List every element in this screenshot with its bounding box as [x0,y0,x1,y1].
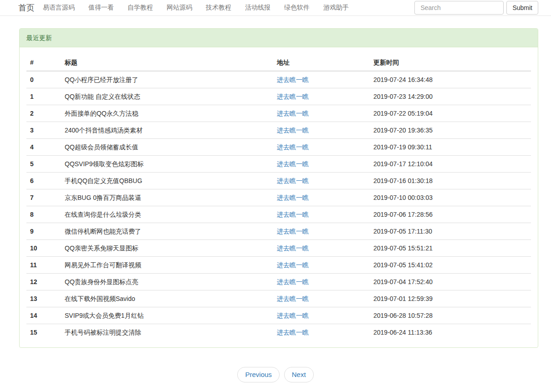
table-row: 9 微信停机断网也能充话费了 进去瞧一瞧 2019-07-05 17:11:30 [26,223,531,240]
nav-brand-home[interactable]: 首页 [18,2,35,13]
row-index: 4 [26,139,61,156]
table-row: 13 在线下载外国视频Savido 进去瞧一瞧 2019-07-01 12:59… [26,290,531,307]
row-updated-time: 2019-07-19 09:30:11 [370,139,531,156]
row-title: 在线查询你是什么垃圾分类 [61,206,273,223]
row-title: QQ亲密关系免聊天显图标 [61,240,273,257]
nav-item-link[interactable]: 自学教程 [128,4,153,12]
nav-menu: 易语言源码 值得一看 自学教程 网站源码 技术教程 活动线报 绿色软件 游戏助手 [43,4,362,12]
pagination: Previous Next [0,367,551,382]
table-row: 3 2400个抖音情感鸡汤类素材 进去瞧一瞧 2019-07-20 19:36:… [26,122,531,139]
row-index: 15 [26,324,61,341]
table-row: 15 手机号码被标注明提交清除 进去瞧一瞧 2019-06-24 11:13:3… [26,324,531,341]
table-row: 2 外面接单的QQ永久方法稳 进去瞧一瞧 2019-07-22 05:19:04 [26,105,531,122]
nav-item: 值得一看 [88,4,128,12]
search-form: Submit [414,1,538,15]
row-title: 手机QQ自定义充值QBBUG [61,173,273,189]
table-row: 11 网易见外工作台可翻译视频 进去瞧一瞧 2019-07-05 15:41:0… [26,257,531,274]
row-title: 手机号码被标注明提交清除 [61,324,273,341]
panel-title: 最近更新 [20,29,538,47]
row-visit-link[interactable]: 进去瞧一瞧 [277,194,309,201]
column-header-index: # [26,54,61,71]
row-index: 9 [26,223,61,240]
table-row: 8 在线查询你是什么垃圾分类 进去瞧一瞧 2019-07-06 17:28:56 [26,206,531,223]
pagination-next-button[interactable]: Next [284,367,314,382]
row-updated-time: 2019-07-05 15:41:02 [370,257,531,274]
row-updated-time: 2019-07-05 15:51:21 [370,240,531,257]
row-title: QQSVIP9领取变色炫彩图标 [61,156,273,173]
updates-table: # 标题 地址 更新时间 0 QQ小程序已经开放注册了 进去瞧一瞧 2019-0… [26,54,531,341]
column-header-title: 标题 [61,54,273,71]
table-row: 14 SVIP9或大会员免费1月红钻 进去瞧一瞧 2019-06-28 10:5… [26,307,531,324]
row-visit-link[interactable]: 进去瞧一瞧 [277,143,309,151]
row-visit-link[interactable]: 进去瞧一瞧 [277,295,309,302]
row-index: 3 [26,122,61,139]
row-title: QQ贵族身份外显图标点亮 [61,274,273,290]
row-updated-time: 2019-07-01 12:59:39 [370,290,531,307]
row-title: 2400个抖音情感鸡汤类素材 [61,122,273,139]
search-input[interactable] [414,1,504,15]
row-index: 5 [26,156,61,173]
row-index: 1 [26,88,61,105]
row-updated-time: 2019-07-10 00:03:03 [370,189,531,206]
row-index: 7 [26,189,61,206]
row-index: 8 [26,206,61,223]
nav-item: 活动线报 [245,4,284,12]
row-index: 0 [26,71,61,88]
nav-item: 易语言源码 [43,4,88,12]
row-title: 外面接单的QQ永久方法稳 [61,105,273,122]
nav-item-link[interactable]: 易语言源码 [43,4,75,12]
table-row: 12 QQ贵族身份外显图标点亮 进去瞧一瞧 2019-07-04 17:52:4… [26,274,531,290]
nav-item-link[interactable]: 绿色软件 [284,4,310,12]
submit-button[interactable]: Submit [506,1,538,15]
table-row: 4 QQ超级会员领储蓄成长值 进去瞧一瞧 2019-07-19 09:30:11 [26,139,531,156]
row-visit-link[interactable]: 进去瞧一瞧 [277,244,309,252]
row-updated-time: 2019-06-28 10:57:28 [370,307,531,324]
table-row: 10 QQ亲密关系免聊天显图标 进去瞧一瞧 2019-07-05 15:51:2… [26,240,531,257]
row-title: QQ新功能 自定义在线状态 [61,88,273,105]
table-row: 5 QQSVIP9领取变色炫彩图标 进去瞧一瞧 2019-07-17 12:10… [26,156,531,173]
pagination-previous-button[interactable]: Previous [237,367,279,382]
row-visit-link[interactable]: 进去瞧一瞧 [277,278,309,285]
row-index: 14 [26,307,61,324]
nav-item-link[interactable]: 网站源码 [167,4,192,12]
row-title: QQ超级会员领储蓄成长值 [61,139,273,156]
row-title: 微信停机断网也能充话费了 [61,223,273,240]
top-navbar: 首页 易语言源码 值得一看 自学教程 网站源码 技术教程 活动线报 绿色软件 游… [0,0,551,16]
nav-item: 技术教程 [206,4,245,12]
row-visit-link[interactable]: 进去瞧一瞧 [277,312,309,319]
nav-item-link[interactable]: 值得一看 [88,4,114,12]
nav-item-link[interactable]: 游戏助手 [323,4,349,12]
row-visit-link[interactable]: 进去瞧一瞧 [277,261,309,269]
row-index: 10 [26,240,61,257]
nav-item-link[interactable]: 活动线报 [245,4,270,12]
row-index: 11 [26,257,61,274]
row-index: 2 [26,105,61,122]
row-visit-link[interactable]: 进去瞧一瞧 [277,177,309,184]
row-updated-time: 2019-07-05 17:11:30 [370,223,531,240]
row-visit-link[interactable]: 进去瞧一瞧 [277,127,309,134]
row-visit-link[interactable]: 进去瞧一瞧 [277,211,309,218]
panel-body: # 标题 地址 更新时间 0 QQ小程序已经开放注册了 进去瞧一瞧 2019-0… [20,47,538,347]
row-updated-time: 2019-07-17 12:10:04 [370,156,531,173]
row-updated-time: 2019-07-04 17:52:40 [370,274,531,290]
row-title: 网易见外工作台可翻译视频 [61,257,273,274]
nav-item-link[interactable]: 技术教程 [206,4,231,12]
row-visit-link[interactable]: 进去瞧一瞧 [277,110,309,117]
row-title: SVIP9或大会员免费1月红钻 [61,307,273,324]
row-index: 12 [26,274,61,290]
row-visit-link[interactable]: 进去瞧一瞧 [277,329,309,336]
row-visit-link[interactable]: 进去瞧一瞧 [277,93,309,100]
row-index: 13 [26,290,61,307]
row-updated-time: 2019-07-16 01:30:18 [370,173,531,189]
row-index: 6 [26,173,61,189]
table-row: 1 QQ新功能 自定义在线状态 进去瞧一瞧 2019-07-23 14:29:0… [26,88,531,105]
recent-updates-panel: 最近更新 # 标题 地址 更新时间 0 QQ小程序已经开放注册了 进去瞧一瞧 2… [19,28,538,348]
row-updated-time: 2019-07-23 14:29:00 [370,88,531,105]
row-visit-link[interactable]: 进去瞧一瞧 [277,160,309,168]
row-visit-link[interactable]: 进去瞧一瞧 [277,76,309,83]
nav-item: 网站源码 [167,4,206,12]
row-visit-link[interactable]: 进去瞧一瞧 [277,228,309,235]
nav-item: 游戏助手 [323,4,362,12]
table-row: 6 手机QQ自定义充值QBBUG 进去瞧一瞧 2019-07-16 01:30:… [26,173,531,189]
row-updated-time: 2019-06-24 11:13:36 [370,324,531,341]
